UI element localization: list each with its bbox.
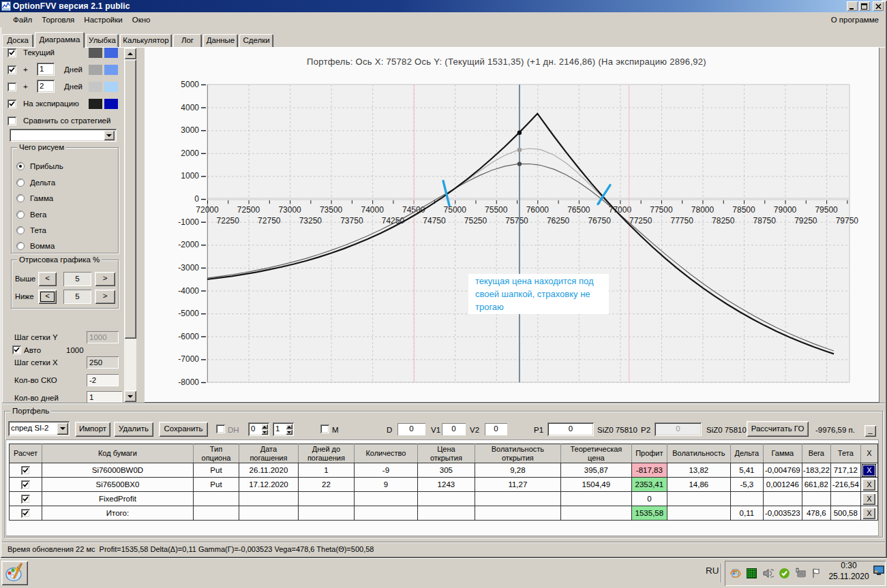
- row-calc-cell[interactable]: [10, 463, 42, 478]
- table-cell[interactable]: 395,87: [560, 463, 631, 478]
- render-below-value[interactable]: 5: [63, 290, 91, 304]
- radio-vomma[interactable]: [16, 242, 25, 250]
- layer-checkbox-current[interactable]: [7, 48, 16, 57]
- p1-input[interactable]: 0: [547, 422, 594, 436]
- menu-item-okno[interactable]: Окно: [127, 14, 155, 26]
- speaker-icon[interactable]: [762, 568, 774, 579]
- table-cell[interactable]: 9,28: [475, 463, 560, 478]
- table-cell[interactable]: [667, 492, 730, 506]
- check-circle-icon[interactable]: [779, 568, 790, 579]
- table-cell[interactable]: -9: [354, 463, 417, 478]
- table-cell[interactable]: [730, 492, 763, 506]
- render-above-value[interactable]: 5: [63, 272, 91, 286]
- sko-count-input[interactable]: -2: [87, 374, 119, 386]
- table-cell[interactable]: 0: [631, 492, 667, 506]
- menu-item-fayl[interactable]: Файл: [8, 14, 37, 26]
- layer-checkbox-plus1[interactable]: [7, 65, 16, 74]
- dh-checkbox[interactable]: [216, 424, 225, 433]
- layer-days-input-plus2[interactable]: 2: [37, 80, 55, 93]
- calc-go-button[interactable]: Рассчитать ГО: [747, 421, 809, 437]
- menu-item-nastroyki[interactable]: Настройки: [79, 14, 127, 26]
- table-cell[interactable]: Put: [193, 478, 239, 492]
- table-cell[interactable]: 26.11.2020: [239, 463, 298, 478]
- tab-sdelki[interactable]: Сделки: [239, 34, 273, 47]
- tab-log[interactable]: Лог: [173, 34, 202, 47]
- table-cell[interactable]: 0,001246: [763, 478, 802, 492]
- table-cell[interactable]: 11,27: [475, 478, 560, 492]
- spinner-up-button[interactable]: [286, 424, 292, 429]
- language-indicator[interactable]: RU: [706, 566, 719, 576]
- strategy-dropdown[interactable]: [10, 129, 117, 142]
- minimize-button[interactable]: [847, 1, 858, 11]
- table-cell[interactable]: [417, 506, 475, 521]
- table-cell[interactable]: [298, 492, 354, 506]
- radio-pribyl[interactable]: [16, 162, 25, 170]
- portfolio-preset-dropdown-button[interactable]: [57, 422, 68, 435]
- table-cell[interactable]: 1: [298, 463, 354, 478]
- monitor-icon[interactable]: [873, 564, 885, 576]
- table-cell[interactable]: Put: [193, 463, 239, 478]
- table-cell[interactable]: 1504,49: [560, 478, 631, 492]
- row-calc-cell[interactable]: [10, 478, 42, 492]
- table-cell[interactable]: Si76000BW0D: [42, 463, 193, 478]
- spinner-down-button[interactable]: [286, 429, 292, 435]
- tab-diagramma[interactable]: Диаграмма: [35, 32, 85, 48]
- tab-doska[interactable]: Доска: [2, 34, 33, 47]
- table-cell[interactable]: Si76500BX0: [42, 478, 193, 492]
- table-cell[interactable]: [239, 492, 298, 506]
- table-cell[interactable]: 17.12.2020: [239, 478, 298, 492]
- led-grid-icon[interactable]: [746, 568, 757, 579]
- render-above-increase-button[interactable]: >: [95, 272, 115, 286]
- table-cell[interactable]: 0,11: [730, 506, 763, 521]
- grid-step-x-input[interactable]: 250: [87, 356, 119, 369]
- row-calc-checkbox[interactable]: [21, 480, 30, 489]
- table-cell[interactable]: 2353,41: [631, 478, 667, 492]
- tab-kalkulyator[interactable]: Калькулятор: [120, 34, 172, 47]
- table-cell[interactable]: 305: [417, 463, 475, 478]
- chart-canvas[interactable]: Портфель: Ось X: 75782 Ось Y: (Текущий 1…: [145, 48, 878, 401]
- table-cell[interactable]: -5,3: [730, 478, 763, 492]
- table-cell[interactable]: [763, 492, 802, 506]
- table-cell[interactable]: 478,6: [802, 506, 830, 521]
- v1-input[interactable]: 0: [442, 423, 466, 435]
- d-input[interactable]: 0: [397, 423, 425, 435]
- table-cell[interactable]: 661,82: [802, 478, 830, 492]
- maximize-button[interactable]: [859, 1, 870, 11]
- menu-item-about[interactable]: О программе: [831, 16, 879, 24]
- layer-days-input-plus1[interactable]: 1: [37, 63, 55, 76]
- table-cell[interactable]: [239, 506, 298, 521]
- spinner-up-button[interactable]: [261, 424, 268, 429]
- table-cell[interactable]: [830, 492, 860, 506]
- table-cell[interactable]: [417, 492, 475, 506]
- table-cell[interactable]: [560, 492, 631, 506]
- table-cell[interactable]: -0,004769: [763, 463, 802, 478]
- delete-button[interactable]: Удалить: [114, 422, 153, 437]
- save-button[interactable]: Сохранить: [159, 422, 208, 437]
- table-cell[interactable]: 1243: [417, 478, 475, 492]
- tab-ulybka[interactable]: Улыбка: [86, 34, 119, 47]
- days-count-input[interactable]: 1: [87, 391, 122, 403]
- scrollbar-thumb[interactable]: [124, 59, 136, 339]
- radio-teta[interactable]: [16, 226, 25, 234]
- row-close-button[interactable]: X: [862, 493, 875, 505]
- radio-gamma[interactable]: [16, 194, 25, 202]
- v2-input[interactable]: 0: [485, 423, 507, 435]
- render-below-increase-button[interactable]: >: [95, 290, 115, 304]
- table-cell[interactable]: 717,12: [830, 463, 860, 478]
- layer-checkbox-expiration[interactable]: [7, 99, 16, 108]
- table-cell[interactable]: 500,58: [830, 506, 860, 521]
- radio-delta[interactable]: [16, 179, 25, 187]
- windows-update-icon[interactable]: [730, 568, 741, 579]
- table-cell[interactable]: -183,22: [802, 463, 830, 478]
- row-calc-checkbox[interactable]: [21, 466, 30, 475]
- table-cell[interactable]: 22: [298, 478, 354, 492]
- splitter[interactable]: [2, 403, 885, 405]
- table-cell[interactable]: [298, 506, 354, 521]
- table-cell[interactable]: 1535,58: [631, 506, 667, 521]
- auto-grid-checkbox[interactable]: [12, 345, 21, 354]
- spinner-down-button[interactable]: [261, 429, 268, 435]
- scrollbar-up-button[interactable]: [124, 48, 136, 59]
- table-cell[interactable]: [475, 492, 560, 506]
- row-close-button[interactable]: X: [862, 508, 875, 519]
- table-cell[interactable]: -817,83: [631, 463, 667, 478]
